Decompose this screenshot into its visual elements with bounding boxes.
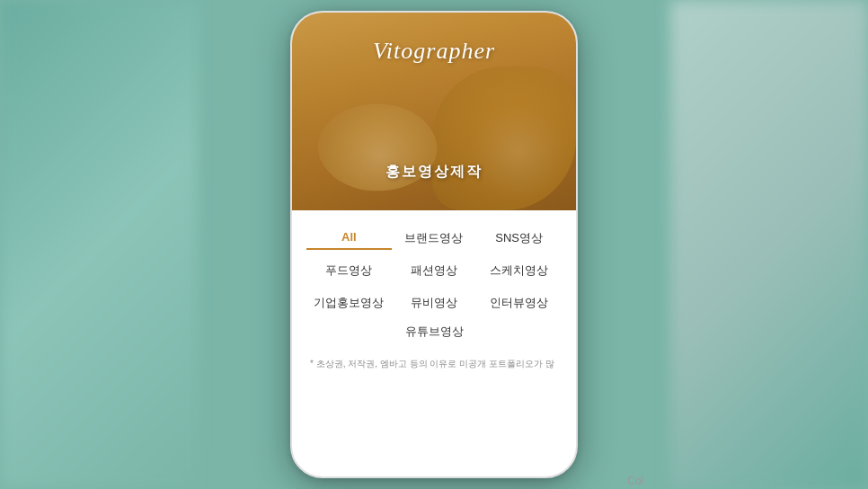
menu-item-sketch[interactable]: 스케치영상 [476,259,562,282]
menu-item-food[interactable]: 푸드영상 [306,259,392,282]
menu-item-sns[interactable]: SNS영상 [476,227,562,250]
hero-section: Vitographer 홍보영상제작 [292,13,576,210]
bg-right [670,0,868,489]
menu-section: All 브랜드영상 SNS영상 푸드영상 패션영상 스케치영상 기업홍보영상 뮤… [292,210,576,379]
menu-item-youtube[interactable]: 유튜브영상 [306,324,562,340]
menu-item-corporate[interactable]: 기업홍보영상 [306,291,392,315]
app-logo: Vitographer [373,38,495,65]
menu-item-mv[interactable]: 뮤비영상 [392,291,477,315]
menu-grid: All 브랜드영상 SNS영상 푸드영상 패션영상 스케치영상 기업홍보영상 뮤… [306,227,562,315]
menu-item-interview[interactable]: 인터뷰영상 [476,291,562,315]
menu-item-brand[interactable]: 브랜드영상 [392,227,477,250]
bg-left [0,0,198,489]
menu-item-fashion[interactable]: 패션영상 [392,259,477,282]
menu-item-all[interactable]: All [306,227,392,250]
footnote-text: * 초상권, 저작권, 엠바고 등의 이유로 미공개 포트폴리오가 많 [306,352,562,370]
phone-frame: Vitographer 홍보영상제작 All 브랜드영상 SNS영상 푸드영상 … [290,11,578,478]
hero-subtitle: 홍보영상제작 [385,163,483,182]
